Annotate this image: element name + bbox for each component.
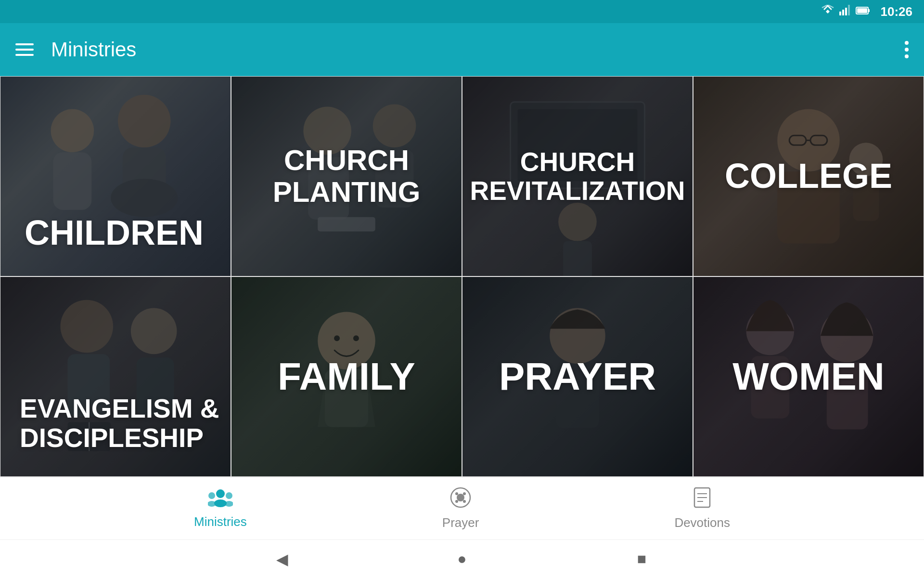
app-bar: Ministries xyxy=(0,23,924,76)
evangelism-label: EVANGELISM & DISCIPLESHIP xyxy=(10,384,231,462)
battery-icon xyxy=(856,5,870,18)
church-rev-label: CHURCH REVITALIZATION xyxy=(462,138,693,215)
system-navigation: ◀ ● ■ xyxy=(0,539,924,578)
church-planting-label: CHURCH PLANTING xyxy=(231,135,462,218)
svg-point-52 xyxy=(457,494,464,501)
svg-point-54 xyxy=(463,492,466,495)
ministry-evangelism[interactable]: EVANGELISM & DISCIPLESHIP xyxy=(0,276,231,477)
ministry-children[interactable]: CHILDREN xyxy=(0,76,231,276)
ministry-women[interactable]: WOMEN xyxy=(693,276,924,477)
svg-point-45 xyxy=(216,489,225,498)
ministries-nav-label: Ministries xyxy=(194,514,247,529)
svg-point-47 xyxy=(208,492,215,499)
family-content: FAMILY xyxy=(231,277,462,476)
svg-point-46 xyxy=(214,499,227,507)
children-label: CHILDREN xyxy=(15,204,213,262)
church-rev-content: CHURCH REVITALIZATION xyxy=(462,77,693,276)
nav-ministries[interactable]: Ministries xyxy=(194,488,247,529)
more-options-button[interactable] xyxy=(905,41,909,58)
children-content: CHILDREN xyxy=(0,77,231,276)
ministry-college[interactable]: COLLEGE xyxy=(693,76,924,276)
prayer-content: PRAYER xyxy=(462,277,693,476)
prayer-nav-label: Prayer xyxy=(442,515,479,530)
women-content: WOMEN xyxy=(693,277,924,476)
page-title: Ministries xyxy=(51,38,905,61)
svg-rect-0 xyxy=(839,12,841,15)
back-button[interactable]: ◀ xyxy=(270,547,295,571)
devotions-nav-label: Devotions xyxy=(674,515,730,530)
hamburger-menu-icon[interactable] xyxy=(15,43,34,56)
women-label: WOMEN xyxy=(723,346,894,407)
ministry-church-revitalization[interactable]: CHURCH REVITALIZATION xyxy=(462,76,693,276)
svg-point-53 xyxy=(455,492,458,495)
home-button[interactable]: ● xyxy=(450,547,474,571)
bottom-navigation: Ministries Prayer Devotions xyxy=(0,477,924,539)
prayer-nav-icon xyxy=(450,487,471,512)
svg-point-49 xyxy=(226,492,232,499)
family-label: FAMILY xyxy=(268,346,425,407)
svg-rect-2 xyxy=(845,8,847,15)
college-label: COLLEGE xyxy=(715,147,902,205)
ministry-grid: CHILDREN CHURCH PLANTING xyxy=(0,76,924,477)
nav-prayer[interactable]: Prayer xyxy=(442,487,479,530)
wifi-icon xyxy=(821,5,834,18)
ministry-church-planting[interactable]: CHURCH PLANTING xyxy=(231,76,462,276)
svg-rect-5 xyxy=(868,9,870,12)
status-time: 10:26 xyxy=(881,4,913,19)
status-bar: 10:26 xyxy=(0,0,924,23)
recents-button[interactable]: ■ xyxy=(629,547,654,571)
college-content: COLLEGE xyxy=(693,77,924,276)
devotions-nav-icon xyxy=(693,487,711,512)
ministries-nav-icon xyxy=(208,488,233,511)
church-planting-content: CHURCH PLANTING xyxy=(231,77,462,276)
ministry-prayer[interactable]: PRAYER xyxy=(462,276,693,477)
nav-devotions[interactable]: Devotions xyxy=(674,487,730,530)
evangelism-content: EVANGELISM & DISCIPLESHIP xyxy=(0,277,231,476)
svg-point-56 xyxy=(455,500,458,503)
signal-icon xyxy=(839,5,851,18)
svg-point-55 xyxy=(463,500,466,503)
svg-rect-1 xyxy=(842,10,844,15)
svg-rect-6 xyxy=(857,8,867,13)
prayer-label: PRAYER xyxy=(489,346,666,407)
ministry-family[interactable]: FAMILY xyxy=(231,276,462,477)
svg-rect-3 xyxy=(848,5,850,15)
